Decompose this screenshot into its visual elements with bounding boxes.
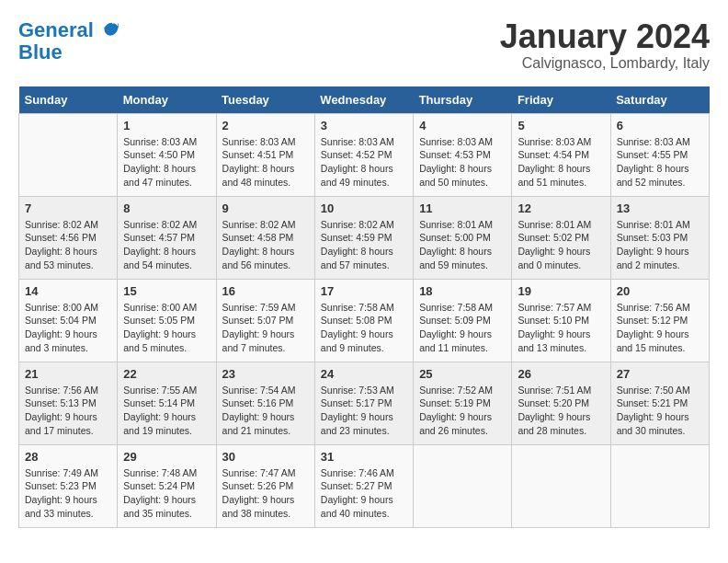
- day-info: Sunrise: 7:58 AMSunset: 5:09 PMDaylight:…: [419, 301, 506, 355]
- column-header-tuesday: Tuesday: [216, 86, 314, 114]
- day-info: Sunrise: 7:58 AMSunset: 5:08 PMDaylight:…: [321, 301, 407, 355]
- calendar-cell: 2Sunrise: 8:03 AMSunset: 4:51 PMDaylight…: [216, 113, 314, 196]
- calendar-cell: 7Sunrise: 8:02 AMSunset: 4:56 PMDaylight…: [19, 196, 118, 279]
- day-number: 11: [419, 201, 506, 215]
- calendar-cell: [610, 444, 709, 527]
- calendar-cell: 1Sunrise: 8:03 AMSunset: 4:50 PMDaylight…: [118, 113, 216, 196]
- calendar-cell: 12Sunrise: 8:01 AMSunset: 5:02 PMDayligh…: [512, 196, 610, 279]
- calendar-cell: 14Sunrise: 8:00 AMSunset: 5:04 PMDayligh…: [19, 279, 118, 362]
- calendar-week-row: 28Sunrise: 7:49 AMSunset: 5:23 PMDayligh…: [19, 444, 710, 527]
- day-number: 27: [617, 367, 703, 381]
- day-info: Sunrise: 8:03 AMSunset: 4:50 PMDaylight:…: [123, 135, 210, 190]
- day-info: Sunrise: 7:50 AMSunset: 5:21 PMDaylight:…: [617, 384, 703, 438]
- day-info: Sunrise: 7:56 AMSunset: 5:12 PMDaylight:…: [617, 301, 703, 355]
- day-info: Sunrise: 7:59 AMSunset: 5:07 PMDaylight:…: [222, 301, 309, 355]
- day-number: 20: [617, 284, 703, 298]
- column-header-sunday: Sunday: [19, 86, 118, 114]
- header: General Blue January 2024 Calvignasco, L…: [18, 18, 710, 72]
- calendar-cell: 13Sunrise: 8:01 AMSunset: 5:03 PMDayligh…: [610, 196, 709, 279]
- column-header-friday: Friday: [512, 86, 610, 114]
- day-number: 16: [222, 284, 309, 298]
- day-number: 7: [25, 201, 111, 215]
- day-info: Sunrise: 7:56 AMSunset: 5:13 PMDaylight:…: [25, 384, 111, 438]
- calendar-cell: 28Sunrise: 7:49 AMSunset: 5:23 PMDayligh…: [19, 444, 118, 527]
- day-number: 15: [123, 284, 210, 298]
- column-header-saturday: Saturday: [610, 86, 709, 114]
- day-number: 3: [321, 119, 407, 132]
- calendar-cell: 25Sunrise: 7:52 AMSunset: 5:19 PMDayligh…: [414, 362, 512, 444]
- day-info: Sunrise: 8:00 AMSunset: 5:04 PMDaylight:…: [25, 301, 111, 355]
- day-info: Sunrise: 8:01 AMSunset: 5:02 PMDaylight:…: [518, 218, 604, 272]
- calendar-cell: 18Sunrise: 7:58 AMSunset: 5:09 PMDayligh…: [414, 279, 512, 362]
- location-subtitle: Calvignasco, Lombardy, Italy: [500, 55, 710, 72]
- day-number: 19: [518, 284, 604, 298]
- calendar-cell: 27Sunrise: 7:50 AMSunset: 5:21 PMDayligh…: [610, 362, 709, 444]
- title-area: January 2024 Calvignasco, Lombardy, Ital…: [500, 18, 710, 72]
- day-info: Sunrise: 7:47 AMSunset: 5:26 PMDaylight:…: [222, 466, 309, 521]
- logo-icon: [101, 18, 119, 37]
- calendar-cell: 22Sunrise: 7:55 AMSunset: 5:14 PMDayligh…: [118, 362, 216, 444]
- calendar-week-row: 21Sunrise: 7:56 AMSunset: 5:13 PMDayligh…: [19, 362, 710, 444]
- day-number: 6: [617, 119, 703, 132]
- day-info: Sunrise: 7:53 AMSunset: 5:17 PMDaylight:…: [321, 384, 407, 438]
- day-info: Sunrise: 7:48 AMSunset: 5:24 PMDaylight:…: [123, 466, 210, 521]
- calendar-cell: 23Sunrise: 7:54 AMSunset: 5:16 PMDayligh…: [216, 362, 314, 444]
- calendar-header-row: SundayMondayTuesdayWednesdayThursdayFrid…: [19, 86, 710, 114]
- calendar-cell: 19Sunrise: 7:57 AMSunset: 5:10 PMDayligh…: [512, 279, 610, 362]
- calendar-cell: [512, 444, 610, 527]
- calendar-cell: 9Sunrise: 8:02 AMSunset: 4:58 PMDaylight…: [216, 196, 314, 279]
- day-info: Sunrise: 7:57 AMSunset: 5:10 PMDaylight:…: [518, 301, 604, 355]
- day-info: Sunrise: 8:03 AMSunset: 4:54 PMDaylight:…: [518, 135, 604, 190]
- day-number: 31: [321, 450, 407, 464]
- calendar-cell: 26Sunrise: 7:51 AMSunset: 5:20 PMDayligh…: [512, 362, 610, 444]
- day-info: Sunrise: 8:03 AMSunset: 4:53 PMDaylight:…: [419, 135, 506, 190]
- calendar-table: SundayMondayTuesdayWednesdayThursdayFrid…: [18, 86, 710, 528]
- day-info: Sunrise: 8:01 AMSunset: 5:00 PMDaylight:…: [419, 218, 506, 272]
- calendar-cell: 4Sunrise: 8:03 AMSunset: 4:53 PMDaylight…: [414, 113, 512, 196]
- calendar-week-row: 7Sunrise: 8:02 AMSunset: 4:56 PMDaylight…: [19, 196, 710, 279]
- day-number: 24: [321, 367, 407, 381]
- day-info: Sunrise: 8:00 AMSunset: 5:05 PMDaylight:…: [123, 301, 210, 355]
- day-info: Sunrise: 7:55 AMSunset: 5:14 PMDaylight:…: [123, 384, 210, 438]
- calendar-cell: 30Sunrise: 7:47 AMSunset: 5:26 PMDayligh…: [216, 444, 314, 527]
- day-number: 12: [518, 201, 604, 215]
- day-number: 8: [123, 201, 210, 215]
- month-title: January 2024: [500, 18, 710, 55]
- day-info: Sunrise: 8:03 AMSunset: 4:55 PMDaylight:…: [617, 135, 703, 190]
- day-info: Sunrise: 7:49 AMSunset: 5:23 PMDaylight:…: [25, 466, 111, 521]
- day-number: 14: [25, 284, 111, 298]
- day-info: Sunrise: 7:46 AMSunset: 5:27 PMDaylight:…: [321, 466, 407, 521]
- day-number: 9: [222, 201, 309, 215]
- calendar-cell: 20Sunrise: 7:56 AMSunset: 5:12 PMDayligh…: [610, 279, 709, 362]
- day-number: 29: [123, 450, 210, 464]
- logo: General Blue: [18, 18, 119, 63]
- day-number: 17: [321, 284, 407, 298]
- day-info: Sunrise: 8:02 AMSunset: 4:59 PMDaylight:…: [321, 218, 407, 272]
- day-number: 1: [123, 119, 210, 132]
- day-number: 21: [25, 367, 111, 381]
- day-number: 28: [25, 450, 111, 464]
- day-info: Sunrise: 8:03 AMSunset: 4:51 PMDaylight:…: [222, 135, 309, 190]
- calendar-cell: 29Sunrise: 7:48 AMSunset: 5:24 PMDayligh…: [118, 444, 216, 527]
- calendar-cell: [19, 113, 118, 196]
- day-info: Sunrise: 8:02 AMSunset: 4:58 PMDaylight:…: [222, 218, 309, 272]
- calendar-week-row: 14Sunrise: 8:00 AMSunset: 5:04 PMDayligh…: [19, 279, 710, 362]
- day-info: Sunrise: 8:02 AMSunset: 4:56 PMDaylight:…: [25, 218, 111, 272]
- calendar-cell: 16Sunrise: 7:59 AMSunset: 5:07 PMDayligh…: [216, 279, 314, 362]
- calendar-cell: 31Sunrise: 7:46 AMSunset: 5:27 PMDayligh…: [314, 444, 413, 527]
- day-info: Sunrise: 8:01 AMSunset: 5:03 PMDaylight:…: [617, 218, 703, 272]
- logo-text-blue: Blue: [18, 41, 119, 63]
- day-number: 2: [222, 119, 309, 132]
- column-header-wednesday: Wednesday: [314, 86, 413, 114]
- day-number: 5: [518, 119, 604, 132]
- day-number: 13: [617, 201, 703, 215]
- calendar-cell: 5Sunrise: 8:03 AMSunset: 4:54 PMDaylight…: [512, 113, 610, 196]
- day-number: 23: [222, 367, 309, 381]
- day-info: Sunrise: 7:52 AMSunset: 5:19 PMDaylight:…: [419, 384, 506, 438]
- column-header-thursday: Thursday: [414, 86, 512, 114]
- day-number: 4: [419, 119, 506, 132]
- calendar-cell: 6Sunrise: 8:03 AMSunset: 4:55 PMDaylight…: [610, 113, 709, 196]
- day-number: 18: [419, 284, 506, 298]
- calendar-cell: 15Sunrise: 8:00 AMSunset: 5:05 PMDayligh…: [118, 279, 216, 362]
- day-info: Sunrise: 8:02 AMSunset: 4:57 PMDaylight:…: [123, 218, 210, 272]
